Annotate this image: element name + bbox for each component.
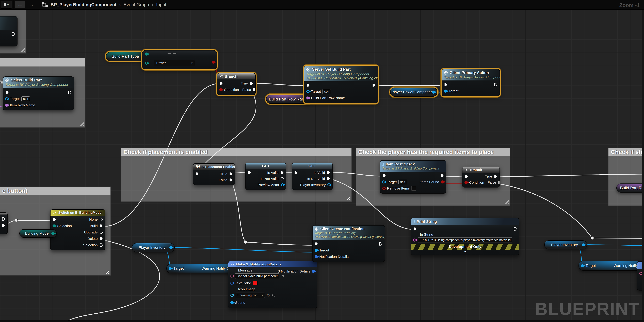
exec-out-pin[interactable] [379, 242, 383, 246]
comment-check-show[interactable]: Check if show [608, 148, 644, 206]
reroute-node[interactable] [244, 240, 247, 244]
node-client-create-notification[interactable]: Client Create Notification Target is BP … [312, 225, 385, 262]
node-branch-2[interactable]: Branch True Condition False [462, 167, 500, 188]
node-build-part-row-name-right[interactable]: Build Part Row Na [616, 183, 644, 193]
exec-in-pin[interactable] [382, 174, 386, 177]
exec-in-pin[interactable] [52, 218, 56, 221]
none-exec-pin[interactable] [99, 218, 103, 221]
comment-resize-handle[interactable] [346, 195, 350, 200]
true-exec-pin[interactable] [250, 81, 253, 85]
exec-in-pin[interactable] [5, 91, 9, 94]
node-equal-enum[interactable]: Power ▾ [142, 50, 217, 69]
remove-items-checkbox[interactable] [412, 186, 416, 191]
preview-actor-pin[interactable] [281, 183, 284, 186]
wire-branch-true-to-server[interactable] [251, 83, 308, 86]
node-edge-partial[interactable] [0, 212, 8, 234]
exec-out-pin[interactable] [2, 217, 6, 221]
exec-in-pin[interactable] [219, 81, 223, 85]
notification-details-pin[interactable] [314, 255, 318, 258]
flag-icon[interactable]: ⚑ [281, 274, 284, 279]
node-warning-notify-sound-right[interactable]: Target Warning Notify Sound [578, 261, 644, 271]
build-exec-pin[interactable] [99, 224, 103, 228]
condition-pin[interactable] [464, 181, 468, 184]
comment-resize-handle[interactable] [79, 121, 84, 126]
wire-server-to-client-primary[interactable] [374, 85, 446, 86]
item-row-name-pin[interactable] [5, 104, 8, 107]
wire-reroute-to-notification[interactable] [246, 242, 316, 245]
exec-in-pin[interactable] [314, 242, 318, 246]
nav-forward-button[interactable]: → [26, 1, 36, 8]
comment-resize-handle[interactable] [20, 47, 25, 52]
node-switch-building-mode[interactable]: Switch on E_BuildingMode None Selection … [50, 209, 106, 250]
bool-out-pin[interactable] [212, 61, 215, 64]
selection-pin[interactable] [52, 224, 56, 227]
node-make-notification-details[interactable]: Make S_NotificationDetails S Notificatio… [228, 261, 317, 308]
node-building-mode[interactable]: Building Mode [19, 229, 57, 238]
exec-out-pin[interactable] [12, 32, 15, 36]
node-item-cost-check[interactable]: f Item Cost Check Target is BP Player Bu… [380, 160, 446, 194]
node-print-string[interactable]: f Print String In String ERROR :: Buildi… [411, 218, 520, 255]
message-field[interactable]: Cannot place build part here! [235, 273, 279, 279]
is-valid-exec-pin[interactable] [327, 171, 330, 175]
target-pin[interactable] [306, 90, 309, 93]
reset-icon[interactable]: ↺ [266, 293, 270, 298]
wire-inventory-to-notification[interactable] [161, 247, 316, 252]
breadcrumb-event-graph[interactable]: Event Graph [124, 2, 149, 7]
false-exec-pin[interactable] [498, 181, 500, 184]
exec-in-pin[interactable] [413, 227, 417, 231]
node-branch-1[interactable]: Branch True Condition False [217, 73, 256, 95]
icon-image-pin[interactable] [230, 294, 234, 297]
comment-resize-handle[interactable] [504, 199, 509, 204]
node-select-build-part[interactable]: Select Build Part Target is BP Player Bu… [3, 76, 74, 110]
node-build-part-type[interactable]: Build Part Type [106, 52, 147, 61]
bookmarks-button[interactable]: ▾ [1, 1, 12, 8]
exec-out-pin[interactable] [494, 83, 498, 86]
player-inventory-pin[interactable] [328, 183, 330, 186]
exec-out-pin[interactable] [513, 227, 517, 231]
node-get-player-inventory[interactable]: GET Is Valid Is Not Valid Player Invento… [292, 163, 333, 190]
delete-exec-pin[interactable] [99, 237, 103, 241]
enum-dropdown[interactable]: Power ▾ [154, 60, 195, 66]
node-is-placement-enabled[interactable]: M Is Placement Enabled True False [193, 163, 235, 185]
is-valid-exec-pin[interactable] [280, 171, 284, 175]
target-in-pin[interactable] [581, 264, 584, 267]
is-not-valid-exec-pin[interactable] [327, 177, 330, 181]
node-client-primary-action[interactable]: Client Primary Action Target is BP Playe… [442, 69, 500, 96]
remove-items-pin[interactable] [382, 187, 385, 190]
breadcrumb-root[interactable]: BP_PlayerBuildingComponent [50, 2, 116, 7]
comment-title[interactable]: Check if placement is enabled [121, 148, 352, 156]
node-player-inventory-left[interactable]: Player Inventory [132, 243, 175, 252]
node-server-set-build-part[interactable]: Server Set Build Part Target is BP Playe… [304, 66, 378, 103]
enum-in-pin-a[interactable] [145, 52, 148, 55]
color-swatch[interactable] [253, 281, 258, 285]
false-exec-pin[interactable] [229, 178, 233, 182]
enum-in-pin-b[interactable] [145, 62, 148, 65]
exec-in-pin[interactable] [195, 172, 199, 176]
node-corner-partial[interactable]: ponent [0, 16, 18, 46]
true-exec-pin[interactable] [229, 172, 233, 176]
comment-resize-handle[interactable] [104, 269, 109, 274]
exec-in-pin[interactable] [294, 171, 298, 175]
comment-title[interactable]: Check the player has the required items … [356, 148, 510, 156]
comment-title[interactable]: e button) [0, 187, 110, 195]
browse-icon[interactable] [272, 293, 275, 297]
is-not-valid-exec-pin[interactable] [280, 177, 284, 181]
node-get-preview-actor[interactable]: GET Is Valid Is Not Valid Preview Actor [245, 163, 286, 190]
text-color-pin[interactable] [230, 282, 234, 285]
node-player-inventory-right[interactable]: Player Inventory [544, 240, 587, 250]
expand-node-chevron[interactable]: ▾ [411, 250, 519, 254]
upgrade-exec-pin[interactable] [99, 230, 103, 234]
object-out-pin[interactable] [169, 246, 172, 249]
message-pin[interactable] [230, 275, 234, 278]
target-in-pin[interactable] [169, 267, 172, 270]
node-player-power-component[interactable]: Player Power Component [390, 87, 437, 97]
object-out-pin[interactable] [432, 91, 435, 94]
target-pin[interactable] [314, 249, 318, 252]
exec-in-pin[interactable] [464, 175, 468, 178]
exec-in-pin[interactable] [444, 83, 448, 86]
enum-out-pin[interactable] [51, 232, 54, 235]
items-found-pin[interactable] [441, 180, 444, 183]
condition-pin[interactable] [219, 88, 222, 91]
sound-pin[interactable] [230, 301, 234, 304]
exec-out-pin[interactable] [440, 174, 444, 177]
